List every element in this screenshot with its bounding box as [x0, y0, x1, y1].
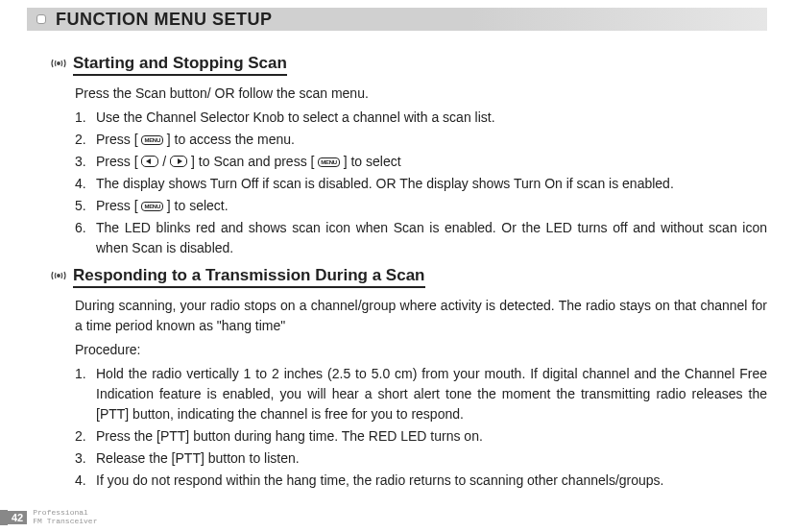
list-item: 1.Hold the radio vertically 1 to 2 inche… [75, 364, 767, 424]
section-1-list: 1.Use the Channel Selector Knob to selec… [75, 108, 767, 258]
list-item: 3.Release the [PTT] button to listen. [75, 448, 767, 469]
page-title: FUNCTION MENU SETUP [56, 10, 273, 30]
list-item: 4.If you do not respond within the hang … [75, 471, 767, 491]
titlebar-dot-icon [36, 14, 46, 24]
footer-text: Professional FM Transceiver [33, 509, 97, 526]
list-item: 1.Use the Channel Selector Knob to selec… [75, 108, 767, 128]
page-footer: 42 Professional FM Transceiver [0, 509, 97, 526]
section-2-intro-1: During scanning, your radio stops on a c… [75, 296, 767, 336]
list-item: 2.Press the [PTT] button during hang tim… [75, 426, 767, 447]
title-bar: FUNCTION MENU SETUP [27, 8, 767, 31]
menu-button-icon: MENU [318, 157, 339, 167]
section-1-body: Press the Scan button/ OR follow the sca… [75, 84, 767, 258]
left-arrow-button-icon [141, 156, 158, 167]
list-item: 2.Press [ MENU ] to access the menu. [75, 130, 767, 150]
section-2-list: 1.Hold the radio vertically 1 to 2 inche… [75, 364, 767, 491]
section-heading-row: Starting and Stopping Scan [50, 54, 767, 76]
list-item: 4.The display shows Turn Off if scan is … [75, 174, 767, 194]
page-number: 42 [8, 511, 27, 524]
list-item: 3.Press [ / ] to Scan and press [ MENU ]… [75, 152, 767, 172]
section-2-intro-2: Procedure: [75, 340, 767, 360]
section-2-title: Responding to a Transmission During a Sc… [73, 266, 425, 288]
footer-bar-icon [0, 510, 8, 525]
menu-button-icon: MENU [141, 135, 162, 145]
svg-point-0 [58, 61, 60, 64]
right-arrow-button-icon [170, 156, 187, 167]
svg-point-1 [58, 274, 60, 277]
list-item: 6.The LED blinks red and shows scan icon… [75, 218, 767, 258]
signal-icon [50, 55, 67, 76]
signal-icon [50, 267, 67, 288]
list-item: 5.Press [ MENU ] to select. [75, 196, 767, 216]
section-1-title: Starting and Stopping Scan [73, 54, 287, 76]
menu-button-icon: MENU [141, 202, 162, 211]
section-heading-row: Responding to a Transmission During a Sc… [50, 266, 767, 288]
section-2-body: During scanning, your radio stops on a c… [75, 296, 767, 491]
section-1-intro: Press the Scan button/ OR follow the sca… [75, 84, 767, 104]
